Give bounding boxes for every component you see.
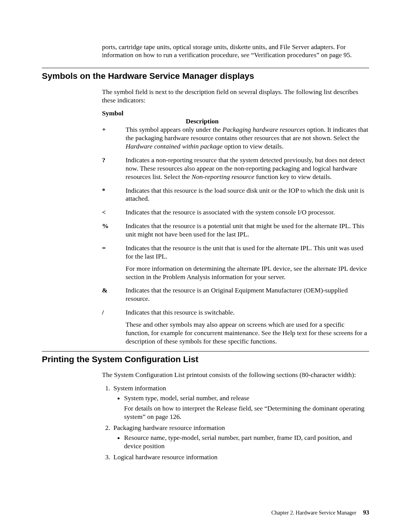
config-item-2-bullet: Resource name, type-model, serial number…: [124, 433, 369, 451]
symbol-entry-plus: + This symbol appears only under the Pac…: [102, 126, 369, 151]
section1-lead: The symbol field is next to the descript…: [102, 88, 369, 105]
section-rule: [42, 351, 369, 351]
config-list: System information System type, model, s…: [102, 384, 369, 461]
symbol-glyph: <: [102, 208, 126, 217]
page-content: ports, cartridge tape units, optical sto…: [0, 0, 411, 486]
heading-printing: Printing the System Configuration List: [42, 355, 369, 364]
symbol-entry-question: ? Indicates a non-reporting resource tha…: [102, 156, 369, 181]
page-footer: Chapter 2. Hardware Service Manager 93: [271, 509, 369, 516]
symbol-glyph: *: [102, 187, 126, 203]
symbol-description: Indicates that the resource is an Origin…: [126, 286, 369, 303]
symbol-glyph: &: [102, 286, 126, 303]
symbol-glyph: /: [102, 308, 126, 346]
config-item-1-bullet: System type, model, serial number, and r…: [124, 394, 369, 421]
heading-symbols: Symbols on the Hardware Service Manager …: [42, 71, 369, 81]
section-rule: [42, 68, 369, 68]
config-item-2: Packaging hardware resource information …: [112, 423, 369, 451]
symbol-glyph: ?: [102, 156, 126, 181]
footer-page-number: 93: [363, 509, 369, 516]
symbol-entry-lt: < Indicates that the resource is associa…: [102, 208, 369, 217]
symbol-description: Indicates that this resource is the load…: [126, 187, 369, 203]
symbol-glyph: %: [102, 222, 126, 239]
config-item-1: System information System type, model, s…: [112, 384, 369, 421]
symbol-description: This symbol appears only under the Packa…: [126, 126, 369, 151]
symbol-entry-star: * Indicates that this resource is the lo…: [102, 187, 369, 203]
dl-header-desc: Description: [186, 117, 369, 126]
intro-paragraph: ports, cartridge tape units, optical sto…: [102, 43, 369, 60]
definition-list-header: Symbol Description: [102, 109, 369, 126]
symbol-entry-slash: / Indicates that this resource is switch…: [102, 308, 369, 346]
symbol-description: Indicates a non-reporting resource that …: [126, 156, 369, 181]
symbol-glyph: =: [102, 244, 126, 281]
symbol-glyph: +: [102, 126, 126, 151]
symbol-description: Indicates that this resource is switchab…: [126, 308, 369, 346]
config-item-3: Logical hardware resource information: [112, 453, 369, 461]
symbol-entry-equals: = Indicates that the resource is the uni…: [102, 244, 369, 281]
symbol-description: Indicates that the resource is associate…: [126, 208, 369, 217]
footer-chapter: Chapter 2. Hardware Service Manager: [271, 510, 356, 516]
symbol-definition-list: + This symbol appears only under the Pac…: [102, 126, 369, 345]
dl-header-term: Symbol: [102, 109, 123, 118]
section2-lead: The System Configuration List printout c…: [102, 371, 369, 379]
symbol-entry-ampersand: & Indicates that the resource is an Orig…: [102, 286, 369, 303]
symbol-description: Indicates that the resource is the unit …: [126, 244, 369, 281]
symbol-description: Indicates that the resource is a potenti…: [126, 222, 369, 239]
symbol-entry-percent: % Indicates that the resource is a poten…: [102, 222, 369, 239]
